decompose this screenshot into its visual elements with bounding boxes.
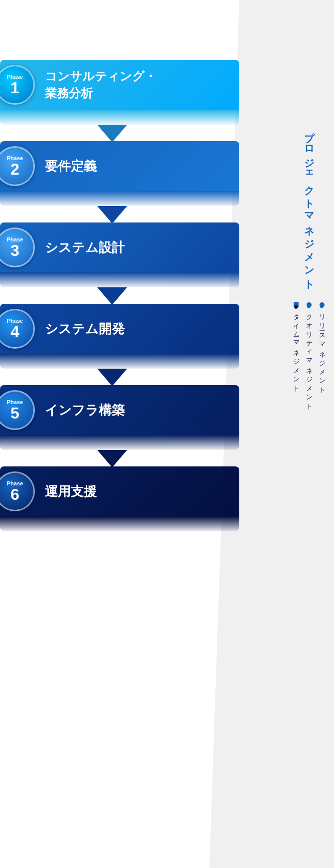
phase5-label: インフラ構築 <box>45 402 125 419</box>
phase2-label: 要件定義 <box>45 158 97 175</box>
phase1-label: コンサルティング・ 業務分析 <box>45 68 157 101</box>
arrow4 <box>97 369 127 386</box>
phase6-label: 運用支援 <box>45 483 97 500</box>
phase4-badge: Phase 4 <box>0 309 35 349</box>
arrow5 <box>97 450 127 467</box>
phase5-badge: Phase 5 <box>0 390 35 430</box>
phase1-badge-num: 1 <box>10 80 19 96</box>
phase2-badge: Phase 2 <box>0 146 35 186</box>
arrow1 <box>97 125 127 142</box>
management-item-1-label: タイムマネジメント <box>292 309 301 390</box>
phase3-label: システム設計 <box>45 239 125 256</box>
management-item-2-label: クオリティマネジメント <box>305 309 314 408</box>
management-item-1: ● タイムマネジメント <box>292 302 301 408</box>
management-items: ● タイムマネジメント ● クオリティマネジメント ● リリースマネジメント <box>292 302 327 408</box>
phase4-label: システム開発 <box>45 320 125 338</box>
phase4-badge-num: 4 <box>10 324 19 340</box>
management-item-3: ● リリースマネジメント <box>318 302 327 408</box>
project-management-title: プロジェクトマネジメント <box>303 125 315 286</box>
phase6-badge: Phase 6 <box>0 471 35 511</box>
right-panel: プロジェクトマネジメント ● タイムマネジメント ● クオリティマネジメント ●… <box>292 125 327 408</box>
bullet3: ● <box>320 302 325 307</box>
phase3-badge: Phase 3 <box>0 227 35 267</box>
phase5-badge-num: 5 <box>10 405 19 421</box>
phase1-badge: Phase 1 <box>0 65 35 105</box>
phase6-badge-num: 6 <box>10 486 19 502</box>
management-item-3-label: リリースマネジメント <box>318 309 327 392</box>
arrow2 <box>97 206 127 223</box>
bullet1: ● <box>294 302 299 307</box>
arrow3 <box>97 287 127 305</box>
bullet2: ● <box>307 302 312 307</box>
phase3-badge-num: 3 <box>10 242 19 258</box>
phase2-badge-num: 2 <box>10 161 19 177</box>
management-item-2: ● クオリティマネジメント <box>305 302 314 408</box>
